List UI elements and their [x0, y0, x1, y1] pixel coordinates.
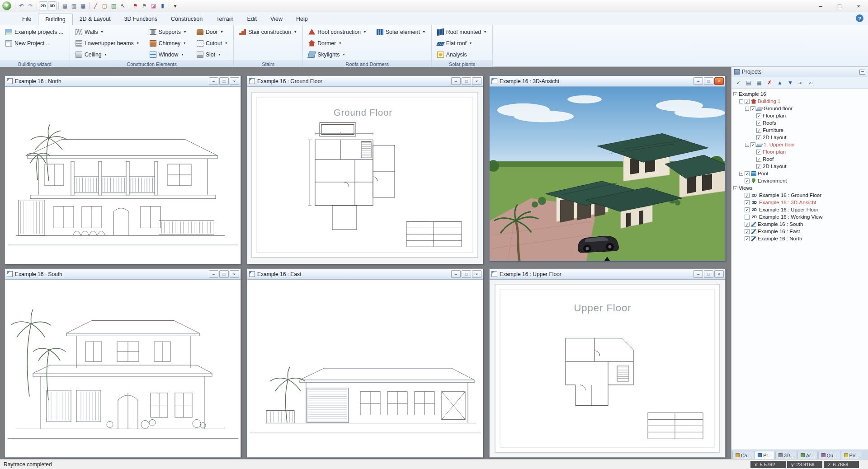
ribbon-item-dormer[interactable]: Dormer▾ [307, 40, 367, 47]
window-close-button[interactable]: × [472, 270, 481, 278]
window-close-button[interactable]: × [714, 77, 724, 85]
delete-icon[interactable]: ✗ [765, 79, 774, 87]
window-minimize-button[interactable]: – [451, 270, 461, 278]
window-maximize-button[interactable]: □ [462, 77, 471, 85]
tree-checkbox[interactable]: ✓ [756, 157, 761, 162]
tree-item-ground-floor[interactable]: -✓Ground floor [731, 105, 868, 112]
layout-vertical-icon[interactable]: ▥ [70, 1, 78, 10]
tree-checkbox[interactable]: ✓ [756, 128, 761, 133]
dropdown-arrow-icon[interactable]: ▾ [221, 30, 223, 34]
tab-construction[interactable]: Construction [164, 14, 209, 25]
tree-item-example-16-ground-floor[interactable]: ✓2DExample 16 : Ground Floor [731, 192, 868, 199]
tab-help[interactable]: Help [289, 14, 315, 25]
tree-item-2d-layout[interactable]: ✓2D Layout [731, 163, 868, 170]
tab-2d-layout[interactable]: 2D & Layout [73, 14, 118, 25]
tree-checkbox[interactable]: ✓ [750, 142, 755, 147]
tab-edit[interactable]: Edit [241, 14, 264, 25]
app-minimize-button[interactable]: – [811, 0, 830, 12]
sort-desc-icon[interactable]: z↓ [807, 79, 816, 87]
tree-item-1-upper-floor[interactable]: -✓1. Upper floor [731, 141, 868, 148]
ribbon-item-walls[interactable]: Walls▾ [75, 28, 140, 36]
dropdown-arrow-icon[interactable]: ▾ [218, 52, 220, 56]
tree-checkbox[interactable]: ✓ [745, 222, 750, 227]
panel-tab-pr[interactable]: Pr... [755, 451, 775, 459]
window-titlebar[interactable]: Example 16 : East – □ × [247, 269, 483, 280]
tree-item-furniture[interactable]: ✓Furniture [731, 127, 868, 134]
ground-floor-plan-viewport[interactable]: Ground Floor [247, 87, 483, 264]
ribbon-item-roof-mounted[interactable]: Roof mounted▾ [436, 28, 487, 36]
ribbon-item-cutout[interactable]: Cutout▾ [196, 40, 228, 47]
dropdown-arrow-icon[interactable]: ▾ [470, 41, 472, 45]
grid-icon[interactable]: ▦ [79, 1, 87, 10]
ribbon-item-chimney[interactable]: Chimney▾ [149, 40, 187, 47]
select-element-icon[interactable]: ▢ [100, 1, 109, 10]
app-maximize-button[interactable]: □ [830, 0, 849, 12]
window-minimize-button[interactable]: – [693, 77, 703, 85]
window-close-button[interactable]: × [230, 77, 239, 85]
tree-checkbox[interactable]: ✓ [750, 106, 755, 111]
view-2d-icon[interactable]: 2D [39, 1, 47, 10]
window-maximize-button[interactable]: □ [219, 77, 229, 85]
panel-tab-pv[interactable]: PV... [841, 451, 863, 459]
ribbon-item-new-project[interactable]: New Project ... [5, 40, 64, 47]
panel-tab-qu[interactable]: Qu... [818, 451, 840, 459]
panel-tab-ar[interactable]: Ar... [797, 451, 818, 459]
window-minimize-button[interactable]: – [693, 270, 703, 278]
redo-icon[interactable]: ↷ [26, 1, 35, 10]
catalog-icon[interactable]: ▮ [158, 1, 167, 10]
window-titlebar[interactable]: Example 16 : Ground Floor – □ × [247, 76, 483, 87]
collapse-icon[interactable]: - [733, 92, 737, 96]
tree-checkbox[interactable]: ✓ [745, 236, 750, 241]
ribbon-item-roof-construction[interactable]: Roof construction▾ [307, 28, 367, 36]
dropdown-arrow-icon[interactable]: ▾ [105, 52, 107, 56]
projects-tree[interactable]: -Example 16-✓Building 1-✓Ground floor✓Fl… [731, 89, 868, 450]
dropdown-arrow-icon[interactable]: ▾ [339, 41, 341, 45]
panel-tab-3d[interactable]: 3D... [775, 451, 797, 459]
tree-checkbox[interactable]: ✓ [756, 121, 761, 126]
tab-3d-functions[interactable]: 3D Functions [117, 14, 164, 25]
dropdown-arrow-icon[interactable]: ▾ [181, 52, 183, 56]
dropdown-arrow-icon[interactable]: ▾ [484, 30, 486, 34]
window-close-button[interactable]: × [714, 270, 724, 278]
tree-item-example-16-south[interactable]: ✓Example 16 : South [731, 220, 868, 228]
north-elevation-viewport[interactable] [5, 87, 241, 264]
window-maximize-button[interactable]: □ [219, 270, 229, 278]
tree-item-2d-layout[interactable]: ✓2D Layout [731, 134, 868, 141]
expand-icon[interactable]: + [739, 172, 743, 176]
window-minimize-button[interactable]: – [209, 270, 218, 278]
dropdown-arrow-icon[interactable]: ▾ [294, 30, 296, 34]
tree-checkbox[interactable]: ✓ [745, 171, 750, 176]
undo-icon[interactable]: ↶ [17, 1, 26, 10]
layout-horizontal-icon[interactable]: ▤ [61, 1, 69, 10]
mdi-area[interactable]: Example 16 : North – □ × [0, 67, 731, 459]
collapse-icon[interactable]: - [739, 99, 743, 103]
tree-checkbox[interactable] [745, 215, 750, 220]
redline-icon[interactable]: ╱ [91, 1, 100, 10]
tree-checkbox[interactable]: ✓ [756, 150, 761, 155]
tree-item-example-16-3d-ansicht[interactable]: ✓3DExample 16 : 3D-Ansicht [731, 199, 868, 206]
ribbon-item-ceiling[interactable]: Ceiling▾ [75, 51, 140, 58]
window-titlebar[interactable]: Example 16 : South – □ × [5, 269, 241, 280]
tab-view[interactable]: View [264, 14, 289, 25]
pointer-icon[interactable]: ↖ [118, 1, 127, 10]
ribbon-item-lower-upper-beams[interactable]: Lower/upper beams▾ [75, 40, 140, 47]
collapse-icon[interactable]: - [745, 107, 749, 111]
ribbon-item-slot[interactable]: Slot▾ [196, 51, 228, 58]
window-maximize-button[interactable]: □ [704, 270, 713, 278]
ribbon-item-skylights[interactable]: Skylights▾ [307, 51, 367, 58]
tree-item-example-16-north[interactable]: ✓Example 16 : North [731, 235, 868, 242]
dropdown-arrow-icon[interactable]: ▾ [423, 30, 425, 34]
ribbon-item-solar-element[interactable]: Solar element▾ [376, 28, 426, 36]
dropdown-arrow-icon[interactable]: ▾ [137, 41, 139, 45]
statistics-icon[interactable]: ▥ [109, 1, 118, 10]
window-titlebar[interactable]: Example 16 : 3D-Ansicht – □ × [490, 76, 725, 87]
render-3d-viewport[interactable] [490, 87, 725, 261]
tree-checkbox[interactable]: ✓ [756, 113, 761, 118]
tree-item-example-16[interactable]: -Example 16 [731, 90, 868, 98]
upper-floor-plan-viewport[interactable]: Upper Floor [490, 280, 725, 457]
tab-building[interactable]: Building [38, 14, 72, 25]
tree-checkbox[interactable]: ✓ [756, 135, 761, 140]
panel-options-icon[interactable] [859, 70, 865, 75]
tree-item-pool[interactable]: +✓Pool [731, 170, 868, 177]
tree-item-floor-plan[interactable]: ✓Floor plan [731, 112, 868, 119]
